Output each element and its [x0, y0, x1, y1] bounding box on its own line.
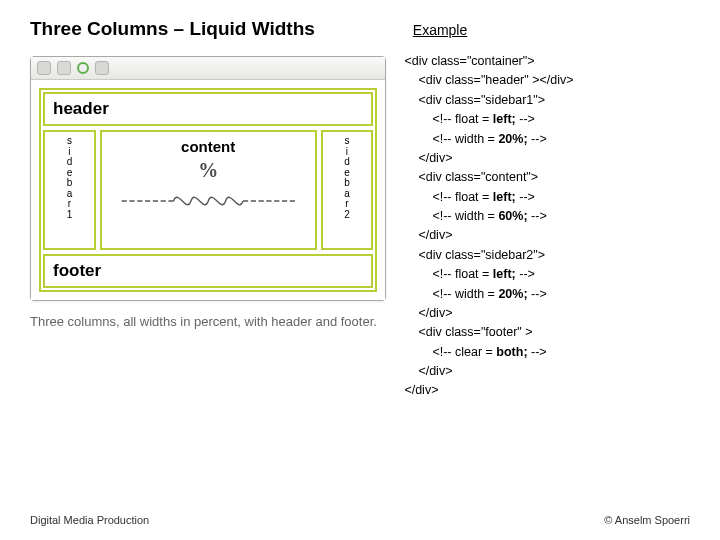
code-line: </div> [404, 381, 690, 400]
code-line: <div class="header" ></div> [404, 71, 690, 90]
code-line: <!-- float = left; --> [404, 110, 690, 129]
percent-icon: % [108, 159, 309, 182]
layout-header: header [43, 92, 373, 126]
footer-right: © Anselm Spoerri [604, 514, 690, 526]
layout-footer: footer [43, 254, 373, 288]
page-title: Three Columns – Liquid Widths [30, 18, 413, 40]
example-heading: Example [413, 22, 467, 38]
browser-toolbar [31, 57, 385, 80]
code-example: <div class="container"> <div class="head… [404, 52, 690, 401]
code-line: </div> [404, 362, 690, 381]
code-line: <div class="content"> [404, 168, 690, 187]
code-line: <div class="footer" > [404, 323, 690, 342]
footer-left: Digital Media Production [30, 514, 149, 526]
reload-icon [77, 62, 89, 74]
layout-content: content % [100, 130, 317, 250]
code-line: <div class="sidebar2"> [404, 246, 690, 265]
content-label: content [108, 138, 309, 155]
code-line: <!-- width = 20%; --> [404, 130, 690, 149]
layout-sidebar2: s i d e b a r 2 [321, 130, 374, 250]
code-line: <!-- width = 60%; --> [404, 207, 690, 226]
code-line: <!-- clear = both; --> [404, 343, 690, 362]
code-line: </div> [404, 226, 690, 245]
layout-caption: Three columns, all widths in percent, wi… [30, 313, 386, 331]
code-line: <!-- width = 20%; --> [404, 285, 690, 304]
code-line: <div class="sidebar1"> [404, 91, 690, 110]
browser-mock: header s i d e b a r 1 [30, 56, 386, 301]
home-icon [95, 61, 109, 75]
nav-back-icon [37, 61, 51, 75]
code-line: </div> [404, 149, 690, 168]
code-line: <!-- float = left; --> [404, 188, 690, 207]
code-line: <div class="container"> [404, 52, 690, 71]
code-line: <!-- float = left; --> [404, 265, 690, 284]
code-line: </div> [404, 304, 690, 323]
nav-fwd-icon [57, 61, 71, 75]
layout-sidebar1: s i d e b a r 1 [43, 130, 96, 250]
spring-icon [118, 188, 299, 214]
layout-container: header s i d e b a r 1 [39, 88, 377, 292]
